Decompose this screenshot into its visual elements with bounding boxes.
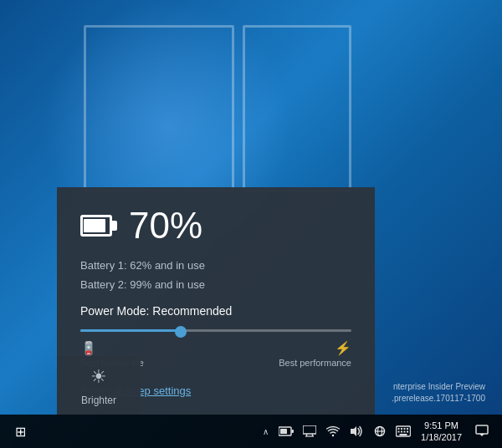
battery-life-icon: 🪫 — [80, 340, 97, 356]
slider-thumb[interactable] — [175, 326, 187, 338]
svg-rect-3 — [303, 425, 316, 434]
keyboard-taskbar-icon[interactable] — [392, 415, 414, 448]
performance-icon: ⚡ — [335, 340, 351, 356]
network-svg — [373, 425, 387, 437]
start-button[interactable]: ⊞ — [3, 415, 37, 448]
svg-rect-16 — [407, 428, 408, 430]
battery1-info: Battery 1: 62% and in use — [80, 259, 351, 272]
action-center-icon — [475, 425, 489, 438]
svg-rect-20 — [407, 431, 408, 433]
taskbar: ⊞ ∧ — [0, 415, 502, 448]
wifi-svg — [326, 425, 340, 437]
brighter-label: Brighter — [81, 395, 116, 406]
svg-rect-18 — [401, 431, 402, 433]
slider-track — [80, 329, 351, 332]
brightness-icon: ☀ — [90, 366, 107, 388]
slider-label-right: ⚡ Best performance — [279, 340, 351, 368]
desktop: nterprise Insider Preview .prerelease.17… — [0, 0, 502, 448]
svg-marker-8 — [351, 426, 356, 436]
start-icon: ⊞ — [15, 424, 26, 440]
svg-point-7 — [332, 435, 334, 436]
battery-small-svg — [279, 426, 294, 436]
svg-rect-14 — [401, 428, 402, 430]
svg-rect-19 — [404, 431, 406, 433]
battery-taskbar-icon[interactable] — [275, 415, 297, 448]
brighter-tile[interactable]: ☀ Brighter — [57, 356, 141, 415]
clock-date: 1/18/2017 — [421, 431, 462, 443]
monitor-taskbar-icon[interactable] — [299, 415, 320, 448]
battery-icon-large — [80, 215, 117, 237]
svg-rect-21 — [400, 434, 407, 435]
svg-rect-22 — [476, 425, 488, 434]
battery2-info: Battery 2: 99% and in use — [80, 278, 351, 291]
svg-rect-15 — [404, 428, 406, 430]
chevron-up-button[interactable]: ∧ — [257, 415, 274, 448]
svg-rect-2 — [280, 429, 287, 434]
volume-svg — [350, 425, 363, 437]
label-best-performance: Best performance — [279, 358, 351, 368]
battery-percentage: 70% — [129, 207, 202, 244]
volume-taskbar-icon[interactable] — [346, 415, 367, 448]
desktop-window-decoration-2 — [243, 25, 351, 192]
svg-rect-17 — [398, 431, 400, 433]
taskbar-right: ∧ — [257, 415, 502, 448]
clock-time: 9:51 PM — [424, 420, 458, 431]
power-mode-label: Power Mode: Recommended — [80, 304, 351, 318]
svg-rect-1 — [292, 430, 295, 433]
svg-marker-23 — [479, 434, 484, 436]
monitor-svg — [303, 425, 316, 437]
keyboard-svg — [396, 425, 411, 437]
battery-header: 70% — [80, 207, 351, 244]
network-taskbar-icon[interactable] — [369, 415, 391, 448]
power-slider-container[interactable] — [80, 329, 351, 332]
wifi-taskbar-icon[interactable] — [322, 415, 344, 448]
svg-rect-13 — [398, 428, 400, 430]
chevron-icon: ∧ — [263, 427, 269, 436]
desktop-window-decoration-1 — [84, 25, 234, 192]
action-center-button[interactable] — [469, 415, 495, 448]
slider-fill — [80, 329, 183, 332]
system-clock[interactable]: 9:51 PM 1/18/2017 — [416, 420, 467, 444]
taskbar-left: ⊞ — [0, 415, 257, 448]
